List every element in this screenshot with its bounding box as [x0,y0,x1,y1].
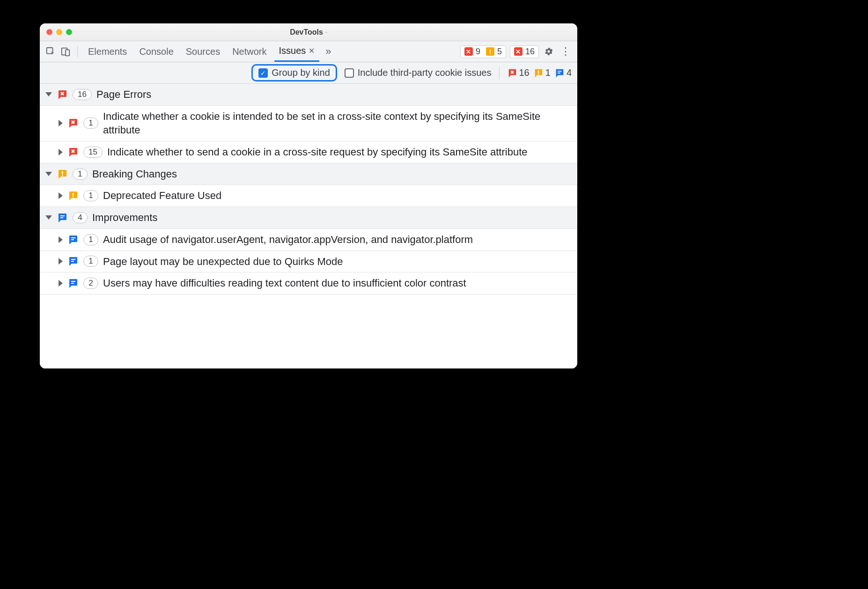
tab-sources[interactable]: Sources [181,41,225,62]
error-count[interactable]: 16 [507,67,530,78]
warning-bubble-icon [57,169,68,180]
svg-rect-6 [558,73,560,74]
svg-rect-5 [558,71,561,72]
include-third-party-checkbox[interactable]: Include third-party cookie issues [345,67,492,78]
issue-row[interactable]: 1Page layout may be unexpected due to Qu… [40,251,577,273]
issue-kind-row[interactable]: 1Breaking Changes [40,163,577,185]
error-bubble-icon [57,89,68,100]
minimize-window-button[interactable] [56,29,62,35]
tab-elements[interactable]: Elements [83,41,132,62]
checkbox-checked-icon: ✓ [258,68,268,78]
issue-message: Users may have difficulties reading text… [103,276,572,290]
tabbar: Elements Console Sources Network Issues … [40,41,577,62]
chevron-right-icon [59,236,63,243]
error-icon: ✕ [464,47,473,56]
tab-console[interactable]: Console [134,41,178,62]
checkbox-unchecked-icon [345,68,354,78]
count-badge: 1 [73,169,88,180]
chevron-right-icon [59,149,63,155]
chevron-right-icon [59,280,63,287]
warning-bubble-icon [67,190,79,201]
issue-message: Indicate whether a cookie is intended to… [103,110,572,137]
issue-message: Deprecated Feature Used [103,189,572,203]
count-badge: 1 [83,256,98,267]
device-toggle-icon[interactable] [59,45,72,58]
issue-message: Page layout may be unexpected due to Qui… [103,255,572,269]
issue-message: Audit usage of navigator.userAgent, navi… [103,233,572,247]
console-errors-chip[interactable]: ✕ 9 ! 5 [460,45,506,58]
window-title-text: DevTools [290,28,323,36]
info-bubble-icon [67,256,79,267]
error-bubble-icon [507,68,517,78]
issue-row[interactable]: 15Indicate whether to send a cookie in a… [40,141,577,163]
zoom-window-button[interactable] [66,29,72,35]
chevron-right-icon [59,120,63,126]
error-icon: ✕ [514,47,522,56]
error-bubble-icon [67,147,79,158]
info-bubble-icon [67,278,79,289]
kind-title: Breaking Changes [92,167,572,181]
divider [77,46,78,57]
issue-row[interactable]: 1Indicate whether a cookie is intended t… [40,106,577,141]
kind-title: Page Errors [96,88,572,102]
chevron-down-icon [45,172,52,176]
close-tab-icon[interactable]: ✕ [309,46,315,55]
devtools-window: DevTools · Elements Console Sources Netw… [40,23,577,368]
inspect-element-icon[interactable] [44,45,57,58]
issue-message: Indicate whether to send a cookie in a c… [107,145,572,159]
group-by-kind-checkbox[interactable]: ✓ Group by kind [251,64,337,81]
warning-icon: ! [486,47,494,56]
kebab-menu-icon[interactable]: ⋮ [559,45,573,58]
chevron-right-icon [59,258,63,265]
svg-rect-2 [66,50,69,56]
count-badge: 16 [73,89,92,100]
chevron-down-icon [45,215,52,220]
issue-kind-row[interactable]: 4Improvements [40,207,577,229]
issues-count-chip[interactable]: ✕ 16 [510,45,539,58]
error-bubble-icon [67,118,79,129]
issue-counts: 16 1 4 [507,67,572,78]
info-bubble-icon [67,234,79,245]
window-title: DevTools · [40,28,577,37]
chevron-right-icon [59,192,63,199]
count-badge: 1 [83,234,98,245]
tab-issues[interactable]: Issues ✕ [274,41,320,62]
filterbar: ✓ Group by kind Include third-party cook… [40,62,577,84]
close-window-button[interactable] [46,29,52,35]
info-bubble-icon [57,212,68,223]
traffic-lights [46,29,72,35]
count-badge: 15 [83,147,103,158]
tab-network[interactable]: Network [228,41,271,62]
window-title-dash: · [325,28,327,36]
divider [499,67,500,79]
issue-row[interactable]: 1Audit usage of navigator.userAgent, nav… [40,229,577,251]
settings-gear-icon[interactable] [543,45,555,58]
count-badge: 1 [83,118,98,129]
info-bubble-icon [554,68,565,78]
more-tabs-icon[interactable]: » [322,45,334,58]
count-badge: 2 [83,278,98,289]
chevron-down-icon [45,92,52,96]
titlebar: DevTools · [40,23,577,41]
count-badge: 4 [73,212,88,223]
issue-row[interactable]: 2Users may have difficulties reading tex… [40,272,577,294]
count-badge: 1 [83,190,98,201]
info-count[interactable]: 4 [554,67,572,78]
svg-rect-4 [538,73,539,74]
issue-list: 16Page Errors1Indicate whether a cookie … [40,84,577,368]
warn-count[interactable]: 1 [533,67,551,78]
kind-title: Improvements [92,211,572,225]
svg-rect-3 [538,70,539,73]
issue-row[interactable]: 1Deprecated Feature Used [40,185,577,207]
issue-kind-row[interactable]: 16Page Errors [40,84,577,106]
warning-bubble-icon [533,68,544,78]
